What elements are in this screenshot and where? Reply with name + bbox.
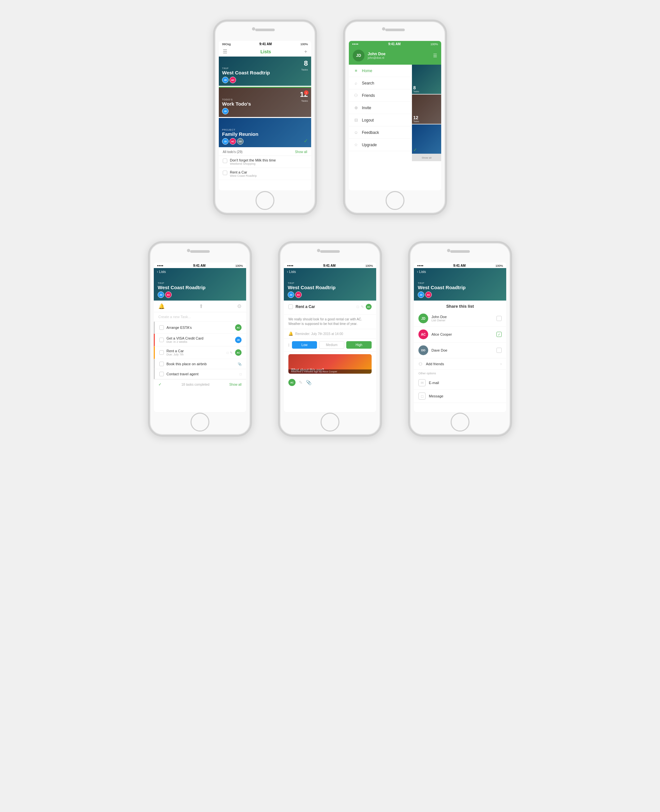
share-person-john[interactable]: JD John Doe List Owner (414, 311, 506, 326)
card-overlay-family: Project Family Reunion JD AC DD (219, 118, 311, 147)
screen-share: ●●●● 9:41 AM 100% ‹ Lists Trip West Coas… (414, 263, 506, 412)
detail-cb[interactable] (289, 304, 293, 309)
side-card-1[interactable]: 8 Tasks (412, 65, 441, 94)
menu-close-icon[interactable]: ☰ (433, 53, 437, 58)
share-check-alice[interactable]: ✓ (497, 332, 502, 337)
avatar-jd-work: JD (222, 108, 228, 114)
back-nav-4[interactable]: ‹ Lists (287, 270, 296, 274)
status-bar-4: ●●●● 9:41 AM 100% (284, 263, 376, 268)
card-tasks-label: Tasks (301, 68, 308, 71)
side-card-2-overlay: 12 Tasks (412, 95, 441, 124)
share-person-alice[interactable]: AC Alice Cooper ✓ (414, 326, 506, 342)
todo-item-car[interactable]: Rent a Car West Coast Roadtrip (219, 168, 311, 180)
edit-icon-detail[interactable]: □ (357, 305, 359, 309)
side-show-all[interactable]: Show all (412, 154, 441, 161)
add-friends-row[interactable]: ⚇ Add friends › (414, 358, 506, 370)
menu-item-search[interactable]: ⌕ Search (349, 77, 412, 89)
menu-item-feedback[interactable]: ☺ Feedback (349, 127, 412, 139)
menu-user-info: John Doe john@doe.nl (368, 52, 386, 59)
card-tasks-label-work: Tasks (301, 100, 308, 102)
menu-user-name: John Doe (368, 52, 386, 56)
cb-rentcar[interactable] (159, 350, 164, 355)
cb-estas[interactable] (159, 325, 164, 330)
avatar-ac-4: AC (295, 291, 302, 298)
todos-count: All todo's (29) (223, 150, 243, 154)
todo-cb-milk[interactable] (223, 158, 227, 163)
back-nav-3[interactable]: ‹ Lists (157, 270, 166, 274)
share-option-email[interactable]: ✉ E-mail (414, 376, 506, 389)
task-travel-agent[interactable]: Contact travel agent □ (154, 369, 246, 379)
settings-icon-3[interactable]: ⚙ (237, 303, 241, 309)
card-overlay: Trip West Coast Roadtrip JD AC (219, 57, 311, 86)
priority-pipe: | (289, 343, 289, 347)
share-check-dave[interactable] (497, 348, 502, 353)
menu-item-invite[interactable]: ⊕ Invite (349, 102, 412, 114)
header-overlay-4: ‹ Lists Trip West Coast Roadtrip JD AC (284, 268, 376, 301)
email-label-share: E-mail (429, 381, 439, 385)
task-visa[interactable]: Get a VISA Credit Card Due: in 2 weeks J… (154, 334, 246, 347)
back-label-5: Lists (419, 270, 426, 274)
cb-travel-agent[interactable] (159, 372, 164, 376)
priority-medium-btn[interactable]: Medium (319, 341, 344, 349)
time-3: 9:41 AM (193, 264, 205, 268)
side-card-3[interactable]: ✓ (412, 125, 441, 154)
todo-text-car: Rent a Car (230, 170, 257, 174)
avatar-ac-family: AC (230, 138, 236, 145)
avatar-jd-5: JD (418, 291, 424, 298)
cb-visa[interactable] (159, 337, 164, 342)
footer-attach[interactable]: 📎 (306, 380, 311, 385)
pencil-icon-detail[interactable]: ✎ (361, 305, 364, 309)
cb-airbnb[interactable] (159, 362, 164, 366)
attachment-card[interactable]: What about this one? Attached 2 minutes … (289, 354, 371, 374)
list-card-roadtrip[interactable]: Trip West Coast Roadtrip JD AC 8 Tasks (219, 57, 311, 86)
battery-5: 100% (495, 264, 503, 268)
avatar-ac-3: AC (165, 291, 172, 298)
todos-header: All todo's (29) Show all (219, 148, 311, 156)
reminder-text: Reminder: July 7th 2015 at 14:00 (295, 332, 343, 336)
avatar-jd-visa: JD (235, 337, 241, 343)
carrier: 99Osg (222, 43, 231, 46)
camera-4 (317, 249, 320, 252)
home-icon: ≡ (354, 68, 359, 73)
card-type: Trip (222, 67, 308, 70)
header-avatars-3: JD AC (158, 291, 242, 298)
card-badge-work: 1 (304, 90, 309, 95)
bell-icon[interactable]: 🔔 (158, 303, 165, 309)
menu-item-home[interactable]: ≡ Home (349, 65, 412, 77)
list-card-work[interactable]: Todo's Work Todo's JD 12 Tasks 1 (219, 88, 311, 117)
task-estas[interactable]: Arrange ESTA's AC (154, 322, 246, 334)
add-list-icon[interactable]: + (304, 49, 307, 55)
camera-2 (382, 27, 385, 30)
menu-icon[interactable]: ☰ (223, 48, 227, 55)
new-task-input[interactable]: Create a new Task... (154, 312, 246, 322)
todo-item-milk[interactable]: Don't forget the Milk this time Weekend … (219, 156, 311, 168)
task-rentcar[interactable]: Rent a Car Due: July 7th □ ✎ AC (154, 347, 246, 359)
message-label-share: Message (429, 394, 443, 398)
completed-show-all[interactable]: Show all (229, 383, 241, 386)
todo-cb-car[interactable] (223, 171, 227, 175)
priority-low-btn[interactable]: Low (292, 341, 317, 349)
side-card-2[interactable]: 12 Tasks (412, 95, 441, 124)
footer-pencil[interactable]: ✎ (299, 380, 303, 385)
menu-body: ≡ Home ⌕ Search ⚇ Friends ⊕ Invite (349, 65, 441, 161)
footer-ac: AC (289, 379, 295, 386)
phone-lists: 99Osg 9:41 AM 100% ☰ Lists + Trip West C… (213, 19, 317, 215)
back-nav-5[interactable]: ‹ Lists (417, 270, 426, 274)
task-airbnb[interactable]: Book this place on airbnb 📎 (154, 359, 246, 369)
reminder-icon: 🔔 (289, 331, 293, 336)
share-icon-3[interactable]: ⬆ (199, 303, 203, 309)
share-avatar-dave: DD (419, 345, 428, 355)
task-detail-top: Rent a Car □ ✎ AC (289, 304, 371, 310)
share-option-message[interactable]: ◻ Message (414, 389, 506, 403)
list-card-family[interactable]: Project Family Reunion JD AC DD ✓ (219, 118, 311, 147)
share-avatar-john: JD (419, 313, 428, 323)
menu-item-friends[interactable]: ⚇ Friends (349, 89, 412, 102)
menu-item-upgrade[interactable]: ☆ Upgrade (349, 139, 412, 151)
share-person-dave[interactable]: DD Dave Doe (414, 342, 506, 358)
menu-avatar: JD (353, 50, 365, 62)
status-bar-menu: ●●●● 9:41 AM 100% (349, 41, 441, 46)
menu-item-logout[interactable]: ⊟ Logout (349, 114, 412, 127)
share-check-john[interactable] (497, 316, 502, 321)
show-all-link[interactable]: Show all (295, 150, 307, 154)
priority-high-btn[interactable]: High (346, 341, 371, 349)
